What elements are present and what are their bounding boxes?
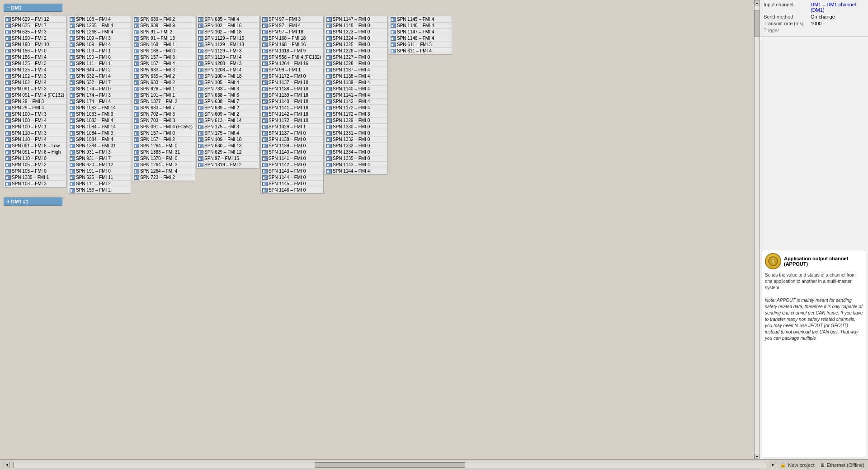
canvas-scroll-area[interactable]: − DM1 SPN 629 – FMI 12 SPN 635 – FMI 7 S… <box>0 0 754 459</box>
list-item[interactable]: SPN 633 – FMI 3 <box>132 67 195 73</box>
list-item[interactable]: SPN 733 – FMI 3 <box>197 86 259 92</box>
list-item[interactable]: SPN 102 – FMI 4 <box>4 80 66 86</box>
scroll-left-button[interactable]: ◄ <box>4 462 10 468</box>
list-item[interactable]: SPN 638 – FMI 6 <box>197 92 259 99</box>
list-item[interactable]: SPN 157 – FMI 3 <box>132 54 195 61</box>
list-item[interactable]: SPN 1145 – FMI 0 <box>261 181 323 187</box>
list-item[interactable]: SPN 91 – FMI 2 <box>132 29 195 35</box>
list-item[interactable]: SPN 156 – FMI 4 <box>4 54 66 61</box>
list-item[interactable]: SPN 629 – FMI 12 <box>197 149 259 155</box>
list-item[interactable]: SPN 1147 – FMI 0 <box>325 16 387 23</box>
list-item[interactable]: SPN 1145 – FMI 4 <box>389 16 452 23</box>
vertical-scrollbar[interactable]: ▲ ▼ <box>754 0 760 459</box>
list-item[interactable]: SPN 1084 – FMI 3 <box>68 130 131 136</box>
list-item[interactable]: SPN 1208 – FMI 3 <box>197 61 259 67</box>
list-item[interactable]: SPN 1140 – FMI 0 <box>261 149 323 155</box>
list-item[interactable]: SPN 091 – FMI 3 <box>4 86 66 92</box>
list-item[interactable]: SPN 157 – FMI 4 <box>132 61 195 67</box>
list-item[interactable]: SPN 1328 – FMI 0 <box>325 61 387 67</box>
list-item[interactable]: SPN 1142 – FMI 18 <box>261 111 323 118</box>
list-item[interactable]: SPN 105 – FMI 0 <box>4 168 66 174</box>
list-item[interactable]: SPN 091 – FMI 4 (FC132) <box>4 92 66 99</box>
list-item[interactable]: SPN 703 – FMI 3 <box>132 118 195 124</box>
list-item[interactable]: SPN 1129 – FMI 4 <box>197 54 259 61</box>
list-item[interactable]: SPN 633 – FMI 7 <box>132 105 195 111</box>
list-item[interactable]: SPN 97 – FMI 4 <box>261 23 323 29</box>
list-item[interactable]: SPN 135 – FMI 3 <box>4 61 66 67</box>
list-item[interactable]: SPN 609 – FMI 2 <box>197 111 259 118</box>
list-item[interactable]: SPN 1326 – FMI 0 <box>325 48 387 54</box>
list-item[interactable]: SPN 1330 – FMI 0 <box>325 124 387 130</box>
list-item[interactable]: SPN 1142 – FMI 0 <box>261 162 323 168</box>
list-item[interactable]: SPN 1208 – FMI 4 <box>197 67 259 73</box>
list-item[interactable]: SPN 635 – FMI 7 <box>4 23 66 29</box>
list-item[interactable]: SPN 1084 – FMI 14 <box>68 124 131 130</box>
list-item[interactable]: SPN 1138 – FMI 4 <box>325 73 387 80</box>
list-item[interactable]: SPN 1141 – FMI 0 <box>261 155 323 162</box>
list-item[interactable]: SPN 1137 – FMI 0 <box>261 130 323 136</box>
list-item[interactable]: SPN 1264 – FMI 16 <box>261 61 323 67</box>
list-item[interactable]: SPN 1325 – FMI 0 <box>325 42 387 48</box>
list-item[interactable]: SPN 1335 – FMI 0 <box>325 155 387 162</box>
list-item[interactable]: SPN 558 – FMI 4 (FC132) <box>261 54 323 61</box>
list-item[interactable]: SPN 1129 – FMI 18 <box>197 42 259 48</box>
scroll-down-button[interactable]: ▼ <box>755 454 760 459</box>
list-item[interactable]: SPN 1084 – FMI 4 <box>68 136 131 143</box>
list-item[interactable]: SPN 168 – FMI 16 <box>261 42 323 48</box>
dm1-add-node-header[interactable]: + DM1 #1 <box>4 197 62 206</box>
list-item[interactable]: SPN 635 – FMI 3 <box>4 29 66 35</box>
list-item[interactable]: SPN 1264 – FMI 0 <box>132 143 195 149</box>
list-item[interactable]: SPN 1129 – FMI 3 <box>197 48 259 54</box>
list-item[interactable]: SPN 100 – FMI 18 <box>197 73 259 80</box>
list-item[interactable]: SPN 175 – FMI 3 <box>197 124 259 130</box>
scroll-right-button[interactable]: ► <box>770 462 776 468</box>
list-item[interactable]: SPN 97 – FMI 15 <box>197 155 259 162</box>
list-item[interactable]: SPN 100 – FMI 1 <box>4 124 66 130</box>
list-item[interactable]: SPN 091 – FMI 4 (FC551) <box>132 124 195 130</box>
list-item[interactable]: SPN 110 – FMI 0 <box>4 155 66 162</box>
list-item[interactable]: SPN 1146 – FMI 0 <box>261 187 323 193</box>
list-item[interactable]: SPN 1334 – FMI 0 <box>325 149 387 155</box>
list-item[interactable]: SPN 1083 – FMI 4 <box>68 118 131 124</box>
list-item[interactable]: SPN 1083 – FMI 3 <box>68 111 131 118</box>
list-item[interactable]: SPN 1137 – FMI 4 <box>325 67 387 73</box>
list-item[interactable]: SPN 1142 – FMI 4 <box>325 99 387 105</box>
list-item[interactable]: SPN 102 – FMI 18 <box>197 29 259 35</box>
list-item[interactable]: SPN 156 – FMI 0 <box>4 48 66 54</box>
list-item[interactable]: SPN 1140 – FMI 4 <box>325 86 387 92</box>
list-item[interactable]: SPN 1143 – FMI 4 <box>325 162 387 168</box>
list-item[interactable]: SPN 1264 – FMI 4 <box>132 168 195 174</box>
list-item[interactable]: SPN 97 – FMI 18 <box>261 29 323 35</box>
list-item[interactable]: SPN 613 – FMI 14 <box>197 118 259 124</box>
list-item[interactable]: SPN 1141 – FMI 4 <box>325 92 387 99</box>
list-item[interactable]: SPN 108 – FMI 4 <box>68 16 131 23</box>
list-item[interactable]: SPN 639 – FMI 9 <box>132 23 195 29</box>
list-item[interactable]: SPN 190 – FMI 10 <box>4 42 66 48</box>
list-item[interactable]: SPN 611 – FMI 4 <box>389 48 452 54</box>
list-item[interactable]: SPN 91 – FMI 13 <box>132 35 195 42</box>
list-item[interactable]: SPN 1323 – FMI 0 <box>325 29 387 35</box>
scroll-track[interactable] <box>755 5 760 454</box>
list-item[interactable]: SPN 168 – FMI 18 <box>261 35 323 42</box>
list-item[interactable]: SPN 157 – FMI 2 <box>132 136 195 143</box>
list-item[interactable]: SPN 638 – FMI 7 <box>197 99 259 105</box>
list-item[interactable]: SPN 1147 – FMI 4 <box>389 29 452 35</box>
list-item[interactable]: SPN 1329 – FMI 1 <box>261 124 323 130</box>
list-item[interactable]: SPN 111 – FMI 2 <box>68 181 131 187</box>
list-item[interactable]: SPN 632 – FMI 4 <box>68 73 131 80</box>
list-item[interactable]: SPN 105 – FMI 4 <box>197 80 259 86</box>
list-item[interactable]: SPN 190 – FMI 2 <box>4 35 66 42</box>
list-item[interactable]: SPN 175 – FMI 4 <box>197 130 259 136</box>
list-item[interactable]: SPN 630 – FMI 13 <box>197 143 259 149</box>
list-item[interactable]: SPN 626 – FMI 1 <box>132 86 195 92</box>
list-item[interactable]: SPN 109 – FMI 4 <box>68 42 131 48</box>
list-item[interactable]: SPN 1383 – FMI 31 <box>132 149 195 155</box>
horizontal-scrollbar[interactable] <box>14 462 766 468</box>
list-item[interactable]: SPN 1380 – FMI 1 <box>4 174 66 181</box>
list-item[interactable]: SPN 702 – FMI 3 <box>132 111 195 118</box>
list-item[interactable]: SPN 135 – FMI 4 <box>4 67 66 73</box>
list-item[interactable]: SPN 190 – FMI 0 <box>68 54 131 61</box>
list-item[interactable]: SPN 1329 – FMI 0 <box>325 118 387 124</box>
list-item[interactable]: SPN 1265 – FMI 4 <box>68 23 131 29</box>
list-item[interactable]: SPN 635 – FMI 2 <box>132 73 195 80</box>
